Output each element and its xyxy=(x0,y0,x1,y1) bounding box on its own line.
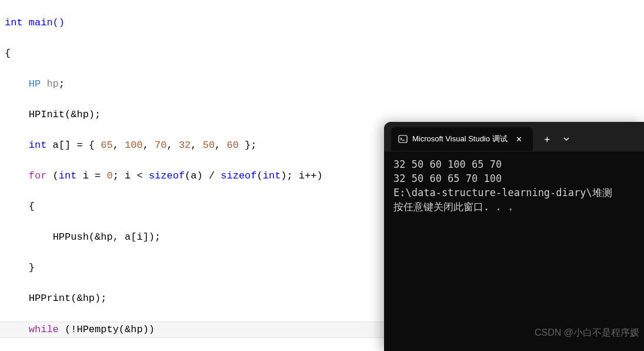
output-line: 32 50 60 65 70 100 xyxy=(393,171,635,186)
paren: (! xyxy=(59,324,77,335)
semi: ; xyxy=(59,78,65,90)
keyword: int xyxy=(29,140,47,151)
comma: , xyxy=(166,140,178,151)
keyword-for: for xyxy=(29,170,47,181)
terminal-tab[interactable]: Microsoft Visual Studio 调试 ✕ xyxy=(391,127,533,151)
svg-rect-0 xyxy=(399,135,407,143)
func-call: HPPush xyxy=(53,231,89,243)
output-line: E:\data-structure-learning-diary\堆测 xyxy=(393,186,635,200)
close-icon[interactable]: ✕ xyxy=(512,134,526,145)
func-call: HPInit xyxy=(29,109,65,120)
args: (&hp)) xyxy=(119,324,155,335)
brace: } xyxy=(29,262,35,273)
terminal-titlebar: Microsoft Visual Studio 调试 ✕ + xyxy=(384,122,644,151)
args: (&hp) xyxy=(65,109,95,120)
ident: a[] = { xyxy=(46,140,101,151)
num: 50 xyxy=(203,140,215,151)
watermark: CSDN @小白不是程序媛 xyxy=(535,327,639,339)
ident: hp xyxy=(41,78,59,90)
num: 0 xyxy=(106,170,112,181)
terminal-tab-title: Microsoft Visual Studio 调试 xyxy=(412,134,508,144)
paren: ( xyxy=(46,170,58,181)
keyword-while: while xyxy=(29,324,59,335)
mid: ; i < xyxy=(113,170,149,181)
end: }; xyxy=(239,140,257,151)
brace: { xyxy=(5,48,11,59)
output-line: 32 50 60 100 65 70 xyxy=(393,157,635,171)
type-token: HP xyxy=(29,78,41,90)
comma: , xyxy=(191,140,202,151)
code-line: { xyxy=(0,46,644,61)
num: 70 xyxy=(155,140,166,151)
terminal-icon xyxy=(398,134,408,144)
code-line: HP hp; xyxy=(0,77,644,92)
comma: , xyxy=(215,140,226,151)
keyword: int xyxy=(263,170,281,181)
brace: { xyxy=(29,201,35,212)
func-call: HPPrint xyxy=(29,293,71,304)
semi: ; xyxy=(101,293,106,304)
args: ); i++) xyxy=(281,170,322,181)
args: (&hp) xyxy=(71,293,101,304)
sizeof: sizeof xyxy=(149,170,185,181)
code-line: HPInit(&hp); xyxy=(0,107,644,122)
comma: , xyxy=(113,140,125,151)
num: 32 xyxy=(179,140,191,151)
sizeof: sizeof xyxy=(221,170,256,181)
args: (&hp, a[i]); xyxy=(89,231,161,243)
num: 60 xyxy=(227,140,239,151)
func-call: HPempty xyxy=(76,324,118,335)
num: 65 xyxy=(101,140,112,151)
code-token: int main() xyxy=(5,17,65,28)
args: (a) / xyxy=(185,170,221,181)
code-line: int main() xyxy=(0,15,644,31)
num: 100 xyxy=(125,140,143,151)
paren: ( xyxy=(257,170,263,181)
terminal-window[interactable]: Microsoft Visual Studio 调试 ✕ + 32 50 60 … xyxy=(384,122,644,351)
output-line: 按任意键关闭此窗口. . . xyxy=(393,200,635,214)
comma: , xyxy=(143,140,155,151)
tab-menu-button[interactable] xyxy=(557,131,576,147)
keyword: int xyxy=(59,170,77,181)
new-tab-button[interactable]: + xyxy=(538,131,558,147)
ident: i = xyxy=(76,170,106,181)
terminal-output[interactable]: 32 50 60 100 65 70 32 50 60 65 70 100 E:… xyxy=(384,151,644,220)
semi: ; xyxy=(95,109,101,120)
